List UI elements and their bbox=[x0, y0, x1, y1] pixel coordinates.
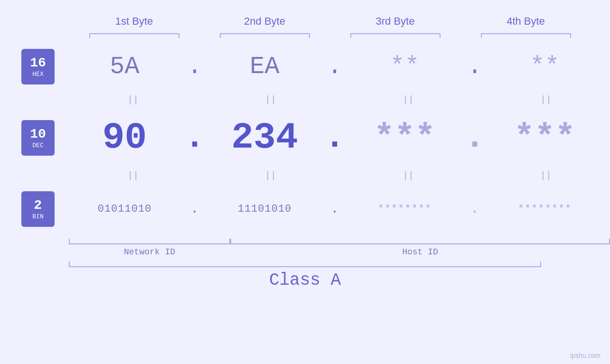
bin-b3-cell: ******** bbox=[339, 203, 470, 215]
dec-base-text: DEC bbox=[32, 142, 43, 149]
bin-row: 2 BIN 01011010 . 11101010 . ******** . *… bbox=[0, 183, 610, 235]
bin-dot-2: . bbox=[330, 202, 339, 216]
bin-b1-value: 01011010 bbox=[98, 203, 152, 215]
network-id-label: Network ID bbox=[69, 247, 230, 257]
bin-b4-cell: ******** bbox=[479, 203, 610, 215]
host-id-label: Host ID bbox=[230, 247, 610, 257]
eq2-b2: || bbox=[206, 170, 335, 181]
dec-dot-2: . bbox=[330, 118, 339, 157]
bracket-inner-1 bbox=[89, 33, 179, 38]
watermark: ipshu.com bbox=[570, 352, 601, 359]
dec-b2-value: 234 bbox=[231, 117, 298, 159]
byte-header-row: 1st Byte 2nd Byte 3rd Byte 4th Byte bbox=[69, 9, 610, 33]
byte3-header: 3rd Byte bbox=[330, 15, 460, 28]
eq1-b3: || bbox=[344, 94, 472, 105]
hex-dot-2: . bbox=[330, 53, 339, 81]
bin-b3-value: ******** bbox=[378, 203, 432, 215]
dec-base-number: 10 bbox=[30, 126, 46, 142]
eq1-b4: || bbox=[482, 94, 610, 105]
bin-label-box: 2 BIN bbox=[21, 191, 55, 227]
outer-bracket bbox=[69, 261, 541, 267]
dec-b2-cell: 234 bbox=[199, 117, 330, 159]
hex-b1-value: 5A bbox=[110, 53, 139, 81]
dec-label-box: 10 DEC bbox=[21, 120, 55, 156]
eq2-b4: || bbox=[482, 170, 610, 181]
dec-b3-value: *** bbox=[374, 118, 436, 157]
bracket-inner-3 bbox=[350, 33, 441, 38]
eq2-b3: || bbox=[344, 170, 472, 181]
hex-b3-value: ** bbox=[390, 53, 419, 81]
bin-b1-cell: 01011010 bbox=[59, 203, 190, 215]
bin-base-text: BIN bbox=[32, 213, 43, 220]
byte1-header: 1st Byte bbox=[69, 15, 199, 28]
bracket-inner-2 bbox=[220, 33, 310, 38]
bottom-brackets-container bbox=[69, 239, 610, 244]
bin-dot-3: . bbox=[470, 202, 479, 216]
hex-base-text: HEX bbox=[32, 71, 43, 78]
dec-b4-value: *** bbox=[514, 118, 576, 157]
bin-base-number: 2 bbox=[34, 197, 42, 214]
hex-b2-value: EA bbox=[250, 53, 279, 81]
dec-dot-3: . bbox=[470, 118, 479, 157]
bin-b2-value: 11101010 bbox=[238, 203, 292, 215]
eq1-b1: || bbox=[69, 94, 197, 105]
byte4-header: 4th Byte bbox=[460, 15, 591, 28]
hex-base-number: 16 bbox=[30, 55, 46, 71]
class-row: Class A bbox=[0, 267, 610, 293]
hex-values-row: 5A . EA . ** . ** bbox=[59, 53, 610, 81]
dec-values-row: 90 . 234 . *** . *** bbox=[59, 117, 610, 159]
equals-row-2: || || || || bbox=[69, 168, 610, 183]
hex-row: 16 HEX 5A . EA . ** . ** bbox=[0, 40, 610, 93]
hex-b4-cell: ** bbox=[479, 53, 610, 81]
equals-row-1: || || || || bbox=[69, 93, 610, 107]
hex-dot-1: . bbox=[190, 53, 199, 81]
bracket-inner-4 bbox=[481, 33, 571, 38]
host-id-bracket bbox=[230, 239, 610, 244]
hex-b4-value: ** bbox=[530, 53, 559, 81]
hex-b1-cell: 5A bbox=[59, 53, 190, 81]
dec-row: 10 DEC 90 . 234 . *** . *** bbox=[0, 107, 610, 168]
hex-dot-3: . bbox=[470, 53, 479, 81]
dec-b1-value: 90 bbox=[103, 117, 147, 159]
eq2-b1: || bbox=[69, 170, 197, 181]
byte2-header: 2nd Byte bbox=[199, 15, 330, 28]
eq1-b2: || bbox=[206, 94, 335, 105]
top-brackets-row bbox=[69, 33, 610, 40]
hex-b3-cell: ** bbox=[339, 53, 470, 81]
hex-label-box: 16 HEX bbox=[21, 49, 55, 84]
bracket-cell-1 bbox=[69, 33, 199, 40]
dec-b1-cell: 90 bbox=[59, 117, 190, 159]
bin-values-row: 01011010 . 11101010 . ******** . *******… bbox=[59, 202, 610, 216]
bin-b2-cell: 11101010 bbox=[199, 203, 330, 215]
network-id-bracket bbox=[69, 239, 230, 244]
class-label: Class A bbox=[269, 271, 341, 290]
bin-dot-1: . bbox=[190, 202, 199, 216]
dec-b4-cell: *** bbox=[479, 118, 610, 157]
bin-b4-value: ******** bbox=[518, 203, 572, 215]
hex-b2-cell: EA bbox=[199, 53, 330, 81]
bracket-cell-2 bbox=[199, 33, 330, 40]
dec-b3-cell: *** bbox=[339, 118, 470, 157]
dec-dot-1: . bbox=[190, 118, 199, 157]
main-container: 1st Byte 2nd Byte 3rd Byte 4th Byte 16 H… bbox=[0, 0, 610, 364]
bracket-cell-4 bbox=[460, 33, 591, 40]
bracket-cell-3 bbox=[330, 33, 460, 40]
id-labels-row: Network ID Host ID bbox=[69, 247, 610, 257]
